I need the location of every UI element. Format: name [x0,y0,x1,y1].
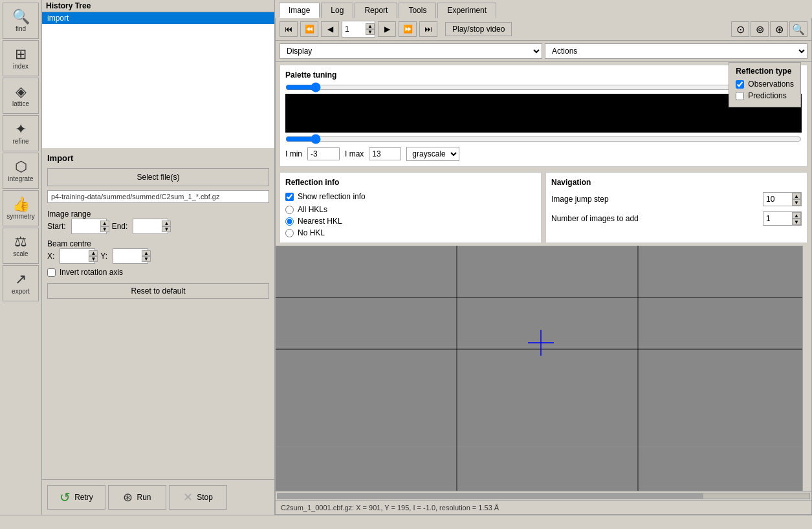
nearest-hkl-radio[interactable] [285,217,294,226]
y-spin-up[interactable]: ▲ [142,250,151,256]
stop-icon: ✕ [183,490,193,504]
zoom-reset-button[interactable]: ⊚ [751,21,769,37]
num-images-input[interactable] [763,213,792,224]
sidebar-item-find[interactable]: 🔍 find [3,3,39,39]
scrollbar-thumb[interactable] [278,493,703,499]
palette-slider-bottom[interactable] [285,135,802,143]
retry-icon: ↺ [60,490,71,505]
image-jump-row: Image jump step ▲ ▼ [551,192,802,206]
sidebar-item-export[interactable]: ↗ export [3,265,39,301]
image-jump-spin-down[interactable]: ▼ [792,199,801,206]
display-select[interactable]: Display [280,43,542,59]
x-input[interactable] [63,252,89,261]
toolbar-row: ⏮ ⏪ ◀ ▲ ▼ ▶ ⏩ ⏭ Play/stop video [276,18,811,41]
sidebar-item-refine[interactable]: ✦ refine [3,115,39,151]
start-input-wrap[interactable]: ▲ ▼ [71,219,107,234]
tab-experiment[interactable]: Experiment [437,3,496,18]
reset-button[interactable]: Reset to default [47,283,269,299]
zoom-center-button[interactable]: ⊛ [770,21,788,37]
observations-row: Observations [736,80,794,89]
tab-image[interactable]: Image [279,3,320,18]
start-spin-down[interactable]: ▼ [100,226,109,232]
sidebar-item-symmetry-label: symmetry [6,213,34,220]
invert-checkbox[interactable] [47,268,56,277]
palette-controls: I min I max grayscale heat rainbow inver… [285,147,802,161]
left-panel: History Tree import Import Select file(s… [42,0,275,515]
status-text: C2sum_1_0001.cbf.gz: X = 901, Y = 195, I… [281,504,499,512]
frame-spin-down[interactable]: ▼ [366,29,375,35]
prev-10-button[interactable]: ⏪ [300,21,318,37]
num-images-input-wrap[interactable]: ▲ ▼ [763,211,802,226]
end-spin-up[interactable]: ▲ [162,221,171,226]
colormap-select[interactable]: grayscale heat rainbow invert [406,147,459,161]
end-input-wrap[interactable]: ▲ ▼ [133,219,168,234]
retry-button[interactable]: ↺ Retry [47,485,105,510]
tab-tools[interactable]: Tools [399,3,436,18]
select-files-button[interactable]: Select file(s) [47,168,269,186]
y-input[interactable] [116,252,142,261]
frame-spin-up[interactable]: ▲ [366,23,375,29]
prev-button[interactable]: ◀ [321,21,339,37]
y-spin-down[interactable]: ▼ [142,256,151,262]
start-input[interactable] [74,222,100,231]
image-display[interactable] [276,246,811,491]
stop-button[interactable]: ✕ Stop [169,485,227,510]
next-10-button[interactable]: ⏩ [399,21,417,37]
predictions-checkbox[interactable] [736,92,744,100]
scrollbar-horizontal[interactable] [276,491,811,500]
sidebar: 🔍 find ⊞ index ◈ lattice ✦ refine ⬡ inte… [0,0,42,515]
sidebar-item-symmetry[interactable]: 👍 symmetry [3,190,39,226]
x-spin-up[interactable]: ▲ [89,250,98,256]
observations-checkbox[interactable] [736,80,744,89]
run-button[interactable]: ⊛ Run [108,485,166,510]
x-input-wrap[interactable]: ▲ ▼ [60,248,95,264]
y-input-wrap[interactable]: ▲ ▼ [113,248,148,264]
num-images-spin-down[interactable]: ▼ [792,219,801,225]
tab-log[interactable]: Log [321,3,353,18]
sidebar-item-scale-label: scale [13,250,28,257]
all-hkls-radio[interactable] [285,206,294,214]
bottom-buttons: ↺ Retry ⊛ Run ✕ Stop [42,479,274,515]
show-reflection-checkbox[interactable] [285,193,294,201]
index-icon: ⊞ [15,47,27,61]
navigation-box: Navigation Image jump step ▲ ▼ [545,172,807,243]
predictions-label: Predictions [748,91,786,100]
zoom-in-button[interactable]: 🔍 [789,21,807,37]
sidebar-item-integrate[interactable]: ⬡ integrate [3,153,39,189]
start-spin-up[interactable]: ▲ [100,221,109,226]
first-frame-button[interactable]: ⏮ [280,21,298,37]
history-item-import[interactable]: import [42,12,274,24]
tab-report[interactable]: Report [355,3,397,18]
num-images-spin-up[interactable]: ▲ [792,212,801,219]
image-jump-spin-up[interactable]: ▲ [792,193,801,199]
image-jump-input-wrap[interactable]: ▲ ▼ [763,192,802,206]
scrollbar-vertical[interactable] [802,246,811,491]
zoom-fit-button[interactable]: ⊙ [731,21,749,37]
predictions-row: Predictions [736,91,794,100]
actions-select[interactable]: Actions [545,43,807,59]
i-max-input[interactable] [369,147,401,160]
sidebar-item-index[interactable]: ⊞ index [3,40,39,76]
last-frame-button[interactable]: ⏭ [419,21,437,37]
no-hkl-row: No HKL [285,228,536,237]
sidebar-item-scale[interactable]: ⚖ scale [3,228,39,264]
sidebar-item-lattice[interactable]: ◈ lattice [3,78,39,114]
play-stop-button[interactable]: Play/stop video [445,22,512,36]
no-hkl-radio[interactable] [285,229,294,237]
palette-slider-top[interactable] [285,83,802,91]
navigation-title: Navigation [551,178,802,187]
image-jump-input[interactable] [763,193,792,205]
frame-input-wrap[interactable]: ▲ ▼ [342,21,375,38]
frame-input[interactable] [342,21,366,37]
hkl-radio-group: All HKLs Nearest HKL No HKL [285,205,536,237]
image-svg [276,246,811,491]
all-hkls-label: All HKLs [298,205,327,214]
end-input[interactable] [136,222,162,231]
sidebar-item-find-label: find [16,25,26,32]
i-min-input[interactable] [307,147,340,160]
next-button[interactable]: ▶ [378,21,396,37]
reflection-info-title: Reflection info [285,178,536,187]
end-spin-down[interactable]: ▼ [162,226,171,232]
x-spin-down[interactable]: ▼ [89,256,98,262]
scrollbar-track[interactable] [277,493,810,499]
